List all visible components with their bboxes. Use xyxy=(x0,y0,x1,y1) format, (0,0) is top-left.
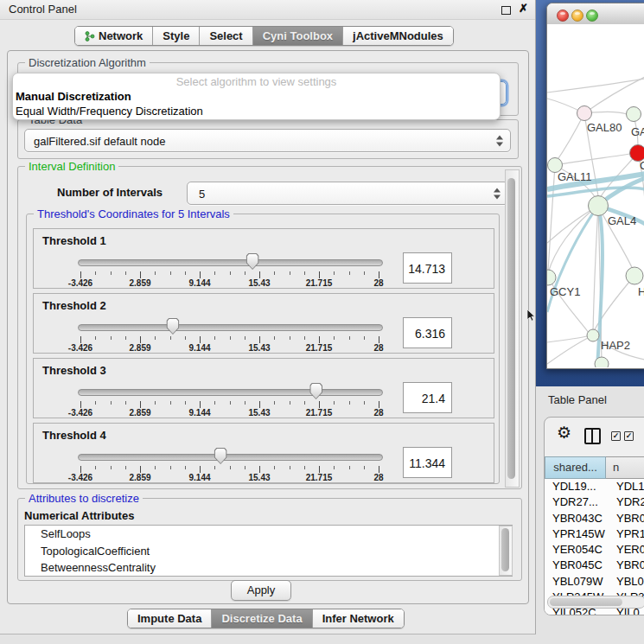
attribute-list-item[interactable]: TopologicalCoefficient xyxy=(25,543,512,560)
slider-tick xyxy=(185,401,186,405)
slider-tick xyxy=(364,466,365,469)
slider-tick-labels: -3.4262.8599.14415.4321.71528 xyxy=(80,343,379,354)
tab-infer-network[interactable]: Infer Network xyxy=(312,609,404,628)
slider-tick xyxy=(259,401,260,408)
tab-select[interactable]: Select xyxy=(199,27,252,45)
threshold-value-field[interactable]: 21.4 xyxy=(403,382,452,413)
network-node[interactable] xyxy=(589,196,609,216)
table-horizontal-scrollbar[interactable] xyxy=(547,596,644,609)
table-row[interactable]: YDR27...YDR2 xyxy=(545,494,644,510)
slider-handle[interactable] xyxy=(166,318,179,335)
float-window-icon[interactable] xyxy=(501,6,511,15)
table-row[interactable]: YDL19...YDL1 xyxy=(545,479,644,494)
minimize-traffic-light-icon[interactable] xyxy=(571,10,583,22)
slider-tick xyxy=(214,271,215,275)
slider-tick xyxy=(95,271,96,275)
slider-tick xyxy=(304,336,305,340)
slider-tick xyxy=(170,466,171,469)
slider-tick xyxy=(334,271,335,275)
cell-name: YER0 xyxy=(613,542,644,558)
attribute-list-item[interactable]: BetweennessCentrality xyxy=(25,559,512,577)
tab-jactivemnodules[interactable]: jActiveMNodules xyxy=(342,27,453,45)
slider-tick-label: 28 xyxy=(373,473,383,482)
table-data-value: galFiltered.sif default node xyxy=(34,134,165,147)
scrollbar-thumb[interactable] xyxy=(550,598,622,606)
network-canvas[interactable]: GAL80GACGAL11GAL4GCY1HHAP2 xyxy=(547,24,644,367)
threshold-value-field[interactable]: 14.713 xyxy=(403,252,452,284)
slider-ticks xyxy=(80,271,379,278)
slider-tick xyxy=(334,401,335,405)
network-node-label: C xyxy=(640,159,644,172)
slider-handle[interactable] xyxy=(246,253,259,270)
slider-handle[interactable] xyxy=(214,448,227,464)
close-traffic-light-icon[interactable] xyxy=(557,10,569,22)
dropdown-option-equal-width[interactable]: Equal Width/Frequency Discretization xyxy=(13,104,500,118)
table-row[interactable]: YPR145WYPR1 xyxy=(545,526,644,542)
slider-track[interactable] xyxy=(78,324,383,331)
window-title: Control Panel xyxy=(9,3,77,16)
slider-tick xyxy=(290,401,290,405)
tab-discretize-data[interactable]: Discretize Data xyxy=(211,609,311,628)
network-node[interactable] xyxy=(577,106,592,121)
threshold-value-field[interactable]: 11.344 xyxy=(403,447,452,478)
column-header-shared-name[interactable]: shared... xyxy=(545,456,606,479)
number-of-intervals-dropdown[interactable]: 5 xyxy=(187,182,508,205)
checkbox-icon[interactable]: ✓ xyxy=(611,431,621,441)
dropdown-option-manual[interactable]: Manual Discretization xyxy=(13,89,500,104)
tab-impute-data[interactable]: Impute Data xyxy=(128,609,211,628)
cell-shared-name: YBL079W xyxy=(545,574,613,590)
tab-label: jActiveMNodules xyxy=(353,29,443,42)
network-node[interactable] xyxy=(547,270,556,285)
cell-shared-name: YDR27... xyxy=(545,494,613,510)
attribute-list[interactable]: SelfLoopsTopologicalCoefficientBetweenne… xyxy=(24,525,513,577)
slider-track[interactable] xyxy=(78,454,383,461)
slider-tick xyxy=(259,466,260,473)
table-row[interactable]: YBR043CYBR0 xyxy=(545,511,644,526)
network-node[interactable] xyxy=(627,107,641,122)
threshold-value-field[interactable]: 6.316 xyxy=(403,317,452,348)
number-of-intervals-value: 5 xyxy=(199,187,205,200)
table-row[interactable]: YBR045CYBR0 xyxy=(545,558,644,573)
cell-shared-name: YER054C xyxy=(545,542,613,558)
dropdown-hint: Select algorithm to view settings xyxy=(13,75,500,89)
slider-tick xyxy=(140,401,141,408)
checkbox-icon[interactable]: ✓ xyxy=(624,431,634,441)
network-node[interactable] xyxy=(587,329,599,341)
attribute-list-scrollbar[interactable] xyxy=(499,526,513,576)
tab-network[interactable]: Network xyxy=(75,27,152,45)
table-row[interactable]: YER054CYER0 xyxy=(545,542,644,558)
slider-tick-label: 28 xyxy=(373,278,383,288)
close-icon[interactable]: ✗ xyxy=(519,2,528,15)
tab-style[interactable]: Style xyxy=(152,27,199,45)
column-header-name[interactable]: n xyxy=(606,456,644,479)
slider-tick xyxy=(349,401,350,405)
network-icon xyxy=(85,31,95,41)
network-node-label: GAL4 xyxy=(608,214,636,227)
tab-label: Impute Data xyxy=(137,612,201,625)
table-panel-title: Table Panel xyxy=(548,393,607,406)
tab-cyni-toolbox[interactable]: Cyni Toolbox xyxy=(252,27,342,45)
cell-name: YBR0 xyxy=(613,558,644,573)
cell-name: YPR1 xyxy=(613,526,644,542)
scrollbar-thumb[interactable] xyxy=(507,178,515,479)
slider-track[interactable] xyxy=(78,259,383,266)
thresholds-scrollbar[interactable] xyxy=(505,169,520,488)
gear-icon[interactable]: ⚙ xyxy=(557,424,571,441)
slider-track[interactable] xyxy=(78,389,383,396)
bottom-tab-bar: Impute Data Discretize Data Infer Networ… xyxy=(127,609,405,628)
attribute-list-item[interactable]: SelfLoops xyxy=(25,526,512,543)
network-node[interactable] xyxy=(595,357,609,367)
apply-button[interactable]: Apply xyxy=(231,580,291,601)
table-row[interactable]: YBL079WYBL0 xyxy=(545,574,644,590)
interval-definition-title: Interval Definition xyxy=(25,160,118,173)
table-data-dropdown[interactable]: galFiltered.sif default node xyxy=(24,129,511,152)
scrollbar-thumb[interactable] xyxy=(501,528,509,571)
slider-tick xyxy=(155,466,156,469)
slider-tick xyxy=(304,271,305,275)
slider-tick-label: 2.859 xyxy=(129,278,150,288)
split-columns-icon[interactable] xyxy=(584,428,601,444)
zoom-traffic-light-icon[interactable] xyxy=(586,10,598,22)
network-node[interactable] xyxy=(626,267,643,284)
table-panel: Table Panel ⚙ ✓ ✓ shared... n YDL19...YD… xyxy=(536,386,644,644)
slider-handle[interactable] xyxy=(309,383,322,399)
